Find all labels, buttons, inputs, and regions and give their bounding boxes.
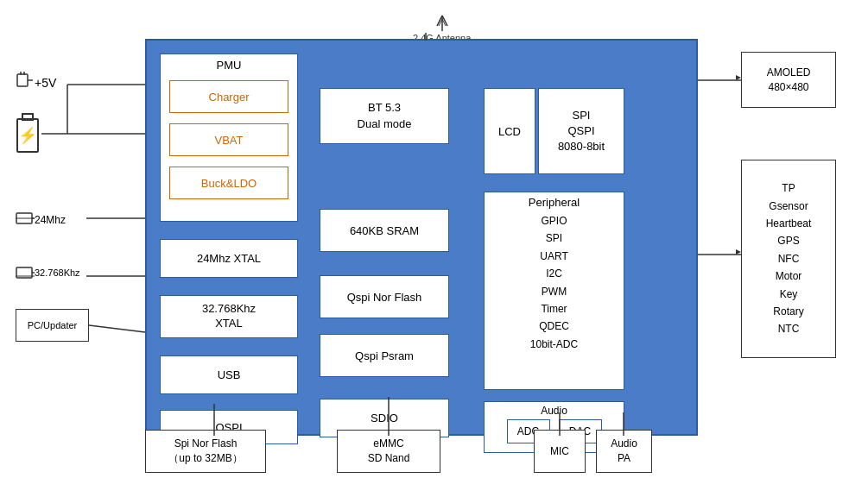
- svg-rect-5: [17, 74, 28, 86]
- spi-nor-flash-box: Spi Nor Flash（up to 32MB）: [145, 430, 266, 473]
- pmu-block: PMU Charger VBAT Buck&LDO: [160, 53, 298, 222]
- xtal24-connector-icon: [16, 211, 35, 229]
- peripheral-label: Peripheral: [529, 196, 580, 209]
- plus5v-label: +5V: [35, 76, 56, 90]
- pmu-vbat: VBAT: [169, 123, 288, 156]
- pc-updater-box: PC/Updater: [16, 309, 89, 342]
- svg-line-25: [89, 325, 145, 332]
- amoled-box: AMOLED480×480: [741, 52, 836, 108]
- antenna-label: 2.4G Antenna: [413, 7, 471, 43]
- xtal24-ext-label: 24Mhz: [35, 214, 66, 226]
- xtal-24-box: 24Mhz XTAL: [160, 239, 298, 278]
- svg-text:⚡: ⚡: [18, 126, 38, 145]
- peripheral-outer-box: Peripheral GPIOSPIUARTI2CPWMTimerQDEC10b…: [484, 192, 624, 390]
- xtal32-connector-icon: [16, 266, 35, 283]
- peripheral-items: GPIOSPIUARTI2CPWMTimerQDEC10bit-ADC: [530, 212, 578, 353]
- qspi-nor-box: Qspi Nor Flash: [320, 275, 449, 318]
- qspi-psram-box: Qspi Psram: [320, 334, 449, 377]
- audio-label: Audio: [541, 405, 567, 417]
- sram-box: 640KB SRAM: [320, 209, 449, 252]
- battery-icon: ⚡: [13, 112, 42, 159]
- pmu-label: PMU: [161, 59, 297, 72]
- svg-rect-12: [16, 213, 32, 223]
- soc-block: PMU Charger VBAT Buck&LDO 24Mhz XTAL 32.…: [145, 39, 698, 436]
- usb-box: USB: [160, 355, 298, 394]
- audio-pa-box: AudioPA: [596, 430, 652, 473]
- pmu-buck: Buck&LDO: [169, 167, 288, 199]
- svg-rect-14: [16, 267, 32, 278]
- lcd-spi-box: SPIQSPI8080-8bit: [538, 88, 624, 174]
- lcd-label-box: LCD: [484, 88, 535, 174]
- peripherals-right-box: TPGsensorHeartbeatGPSNFCMotorKeyRotaryNT…: [741, 160, 836, 358]
- plug-icon: [16, 71, 35, 93]
- emmc-box: eMMCSD Nand: [337, 430, 440, 473]
- bt-box: BT 5.3Dual mode: [320, 88, 449, 144]
- xtal-32-box: 32.768KhzXTAL: [160, 295, 298, 338]
- mic-box: MIC: [534, 430, 586, 473]
- diagram: 2.4G Antenna PMU Charger VBAT Buck&LDO 2…: [0, 0, 868, 478]
- pmu-charger: Charger: [169, 80, 288, 113]
- xtal32-ext-label: 32.768Khz: [35, 267, 80, 278]
